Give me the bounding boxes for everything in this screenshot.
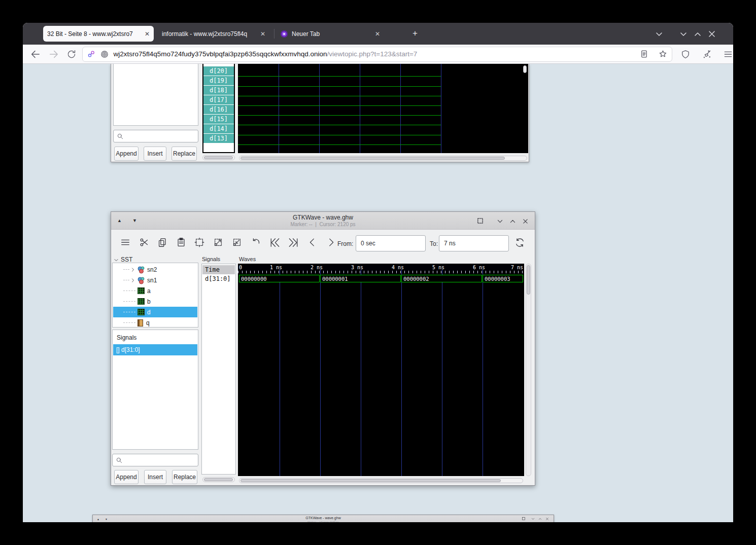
signal-search-input[interactable] [113, 130, 198, 142]
zoom-in-icon[interactable] [213, 237, 224, 248]
undo-icon[interactable] [250, 237, 261, 248]
window-close-icon[interactable] [522, 218, 529, 225]
insert-button[interactable]: Insert [144, 470, 166, 484]
signal-row[interactable]: d[14] [203, 124, 234, 134]
expander-icon[interactable] [130, 278, 135, 283]
tab-close-icon[interactable]: ✕ [145, 30, 150, 38]
window-minimize-icon[interactable] [497, 218, 503, 225]
cursor-label: Cursor: 2120 ps [319, 222, 355, 227]
cleaner-broom-icon[interactable] [702, 49, 712, 59]
time-row[interactable]: Time [202, 265, 235, 274]
keep-above-icon[interactable] [476, 217, 484, 225]
close-window-icon[interactable] [708, 30, 716, 38]
tab-favicon [281, 30, 288, 38]
signal-name-row[interactable]: d[31:0] [202, 274, 235, 283]
signal-search-input[interactable] [112, 454, 198, 466]
tor-circuit-icon[interactable] [87, 50, 96, 59]
gtkwave-titlebar[interactable]: ▲ ▼ GTKWave - wave.ghw Marker: -- | Curs… [111, 212, 535, 230]
bookmark-star-icon[interactable] [658, 49, 668, 59]
selected-signal-row[interactable]: [] d[31:0] [113, 344, 197, 355]
to-label: To: [430, 240, 438, 247]
zoom-out-icon[interactable] [231, 237, 243, 248]
tab-close-icon[interactable]: ✕ [375, 30, 380, 38]
reader-mode-icon[interactable] [639, 49, 649, 59]
hamburger-menu-icon[interactable] [723, 49, 733, 59]
minimize-icon[interactable] [679, 30, 688, 38]
append-button[interactable]: Append [114, 470, 139, 484]
bus-value: 00000001 [320, 275, 401, 282]
reload-waves-icon[interactable] [514, 237, 526, 248]
sst-tree-panel[interactable]: sn2 sn1 a b d [112, 263, 198, 328]
back-icon[interactable] [30, 49, 41, 60]
process-icon [137, 276, 145, 284]
from-input[interactable]: 0 sec [356, 235, 426, 251]
url-bar[interactable]: wj2xtsro75fl4q5mo724fudy375vblpqfai3pzp6… [82, 47, 672, 62]
url-text[interactable]: wj2xtsro75fl4q5mo724fudy375vblpqfai3pzp6… [113, 50, 639, 58]
tab-forum-page[interactable]: 32 Bit - Seite 8 - www.wj2xtsro7 ✕ [43, 26, 154, 42]
signal-row[interactable]: d[17] [203, 95, 234, 105]
signal-row[interactable]: d[18] [203, 86, 234, 95]
window-close-icon [545, 517, 549, 521]
shift-left-icon[interactable] [307, 237, 318, 248]
go-to-start-icon[interactable] [269, 237, 281, 248]
window-minimize-icon [531, 517, 535, 521]
waves-hscrollbar[interactable] [239, 478, 523, 483]
signals-header: Signals [117, 334, 136, 341]
expander-icon[interactable] [130, 267, 135, 272]
timeline[interactable]: 0 1 ns 2 ns 3 ns 4 ns 5 ns 6 ns 7 ns [238, 264, 524, 274]
signal-trace [238, 96, 441, 96]
grid-line [280, 270, 280, 476]
go-to-end-icon[interactable] [288, 237, 299, 248]
reload-icon[interactable] [66, 49, 77, 59]
replace-button[interactable]: Replace [172, 470, 197, 484]
to-input[interactable]: 7 ns [439, 235, 509, 251]
names-hscrollbar[interactable] [202, 155, 235, 160]
tree-item-sn2[interactable]: sn2 [113, 264, 197, 275]
signal-tree-panel-empty[interactable] [113, 64, 198, 126]
tab-bar: 32 Bit - Seite 8 - www.wj2xtsro7 ✕ infor… [23, 23, 733, 45]
waves-vscrollbar[interactable] [526, 264, 531, 476]
tree-item-a[interactable]: a [113, 285, 197, 296]
wave-vscrollbar[interactable] [523, 65, 527, 73]
insert-button[interactable]: Insert [144, 147, 166, 161]
tab-close-icon[interactable]: ✕ [260, 30, 265, 38]
forward-icon[interactable] [48, 49, 59, 60]
tree-item-b[interactable]: b [113, 296, 197, 307]
signal-row[interactable]: d[15] [203, 115, 234, 124]
signal-row[interactable]: d[20] [203, 66, 234, 76]
shield-icon[interactable] [680, 49, 691, 59]
menu-icon[interactable] [120, 237, 131, 248]
from-label: From: [337, 240, 353, 247]
window-maximize-icon[interactable] [509, 218, 516, 225]
paste-icon[interactable] [176, 237, 187, 248]
list-tabs-chevron-icon[interactable] [655, 30, 663, 38]
tab-informatik[interactable]: informatik - www.wj2xtsro75fl4q ✕ [158, 26, 269, 42]
waveform-area[interactable]: 0 1 ns 2 ns 3 ns 4 ns 5 ns 6 ns 7 ns 00 [238, 264, 524, 476]
onion-site-icon[interactable] [100, 50, 109, 59]
tab-neuer-tab[interactable]: Neuer Tab ✕ [277, 26, 384, 42]
tree-item-q[interactable]: q [113, 317, 197, 328]
waves-column-label: Waves [239, 256, 256, 262]
sst-collapse-chevron-icon[interactable] [114, 258, 119, 263]
new-tab-button[interactable]: + [413, 29, 418, 38]
bus-row-d31-0[interactable]: 00000000 00000001 00000002 00000003 [238, 274, 524, 283]
append-button[interactable]: Append [114, 147, 139, 161]
waveform-area-top[interactable] [238, 64, 528, 153]
wave-hscrollbar[interactable] [239, 156, 527, 161]
signal-row[interactable]: d[13] [203, 134, 234, 143]
tree-item-d-selected[interactable]: d [113, 307, 197, 317]
grid-line [320, 270, 321, 476]
tree-item-sn1[interactable]: sn1 [113, 275, 197, 285]
cut-icon[interactable] [139, 237, 150, 248]
shift-right-icon[interactable] [325, 237, 336, 248]
signal-row[interactable]: d[19] [203, 76, 234, 86]
copy-icon[interactable] [157, 237, 168, 248]
signals-list-panel[interactable]: Signals [] d[31:0] [112, 330, 198, 450]
signal-row[interactable]: d[16] [203, 105, 234, 115]
signals-name-column[interactable]: Time d[31:0] [201, 264, 236, 475]
gtkwave-screenshot-top: Append Insert Replace d[20] d[19] d[18] … [111, 64, 529, 162]
signals-hscrollbar[interactable] [202, 477, 235, 482]
replace-button[interactable]: Replace [171, 147, 197, 161]
maximize-icon[interactable] [694, 30, 702, 38]
zoom-fit-icon[interactable] [194, 237, 205, 248]
